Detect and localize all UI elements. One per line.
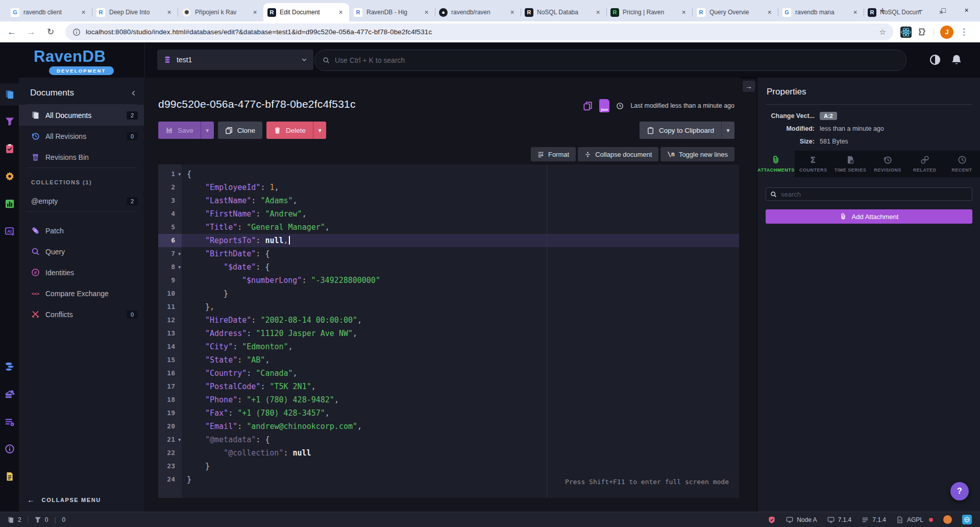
delete-dropdown-caret[interactable]: ▼ — [313, 122, 326, 139]
browser-tab[interactable]: Gravendb client× — [6, 3, 92, 21]
code-text[interactable]: "Country": "Canada", — [182, 367, 739, 380]
browser-menu-icon[interactable]: ⋮ — [960, 27, 968, 37]
code-line-18[interactable]: 18"Phone": "+1 (780) 428-9482", — [158, 393, 739, 406]
window-maximize-icon[interactable]: □ — [932, 0, 955, 20]
copy-dropdown-caret[interactable]: ▼ — [721, 122, 734, 139]
line-number[interactable]: 9 — [158, 274, 182, 287]
forward-icon[interactable]: → — [23, 25, 39, 40]
code-text[interactable]: "@metadata": { — [182, 433, 739, 446]
code-text[interactable]: "City": "Edmonton", — [182, 340, 739, 353]
code-text[interactable]: }, — [182, 300, 739, 314]
browser-tab[interactable]: ●ravendb/raven× — [435, 3, 521, 21]
sidebar-item-all-revisions[interactable]: All Revisions0 — [19, 126, 144, 147]
status-item-7.1.4[interactable]: 7.1.4 — [827, 516, 852, 523]
code-text[interactable]: "Fax": "+1 (780) 428-3457", — [182, 406, 739, 420]
clone-button[interactable]: Clone — [218, 122, 262, 139]
line-number[interactable]: 24 — [158, 473, 182, 486]
panel-tab-recent[interactable]: RECENT — [943, 151, 980, 177]
address-bar[interactable]: localhost:8080/studio/index.html#databas… — [65, 23, 893, 40]
status-item-agpl[interactable]: AGPL — [896, 516, 933, 523]
line-number[interactable]: 20 — [158, 420, 182, 433]
browser-tab[interactable]: RQuery Overvie× — [692, 3, 778, 21]
panel-tab-attachments[interactable]: ATTACHMENTS — [757, 151, 795, 177]
line-number[interactable]: 6 — [158, 234, 182, 247]
code-text[interactable]: "EmployeeId": 1, — [182, 181, 739, 194]
code-text[interactable]: "PostalCode": "T5K 2N1", — [182, 380, 739, 393]
copy-to-clipboard-button[interactable]: Copy to Clipboard ▼ — [640, 122, 734, 139]
line-number[interactable]: 15 — [158, 353, 182, 367]
line-number[interactable]: 10 — [158, 287, 182, 300]
tab-close-icon[interactable]: × — [594, 8, 602, 17]
add-attachment-button[interactable]: Add Attachment — [766, 209, 972, 224]
fold-caret-icon[interactable]: ▼ — [178, 248, 181, 261]
browser-tab[interactable]: Gravendb mana× — [778, 3, 864, 21]
line-number[interactable]: 2 — [158, 181, 182, 194]
code-line-17[interactable]: 17"PostalCode": "T5K 2N1", — [158, 380, 739, 393]
bookmark-star-icon[interactable]: ☆ — [879, 28, 886, 37]
status-item-node-a[interactable]: Node A — [786, 516, 817, 523]
tab-close-icon[interactable]: × — [508, 8, 517, 17]
sidebar-item-identities[interactable]: #Identities — [19, 262, 144, 283]
line-number[interactable]: 21▼ — [158, 433, 182, 446]
status-item[interactable]: 0 — [62, 516, 66, 523]
line-number[interactable]: 7▼ — [158, 247, 182, 260]
browser-tab[interactable]: ✺Připojení k Rav× — [178, 3, 263, 21]
rail-item-cluster[interactable] — [0, 411, 19, 434]
tab-close-icon[interactable]: × — [165, 8, 174, 17]
code-text[interactable]: "Title": "General Manager", — [182, 221, 739, 234]
status-globe-icon[interactable] — [962, 515, 972, 524]
line-number[interactable]: 5 — [158, 221, 182, 234]
code-text[interactable]: "$date": { — [182, 260, 739, 274]
sidebar-item-patch[interactable]: Patch — [19, 220, 144, 241]
theme-toggle-icon[interactable] — [929, 54, 941, 66]
line-number[interactable]: 11 — [158, 300, 182, 314]
back-icon[interactable]: ← — [4, 25, 19, 40]
format-button[interactable]: Format — [531, 147, 576, 161]
line-number[interactable]: 3 — [158, 194, 182, 207]
status-orange-icon[interactable] — [943, 515, 952, 524]
global-search-input[interactable]: Use Ctrl + K to search — [314, 50, 906, 71]
code-line-9[interactable]: 9"$numberLong": "-349228800000" — [158, 274, 739, 287]
profile-avatar[interactable]: J — [940, 26, 953, 39]
line-number[interactable]: 16 — [158, 367, 182, 380]
sidebar-item-revisions-bin[interactable]: Revisions Bin — [19, 147, 144, 167]
sidebar-item-all-documents[interactable]: All Documents2 — [19, 105, 144, 126]
code-text[interactable]: } — [182, 287, 739, 300]
code-line-20[interactable]: 20"Email": "andrew@chinookcorp.com", — [158, 420, 739, 433]
rail-item-about[interactable] — [0, 438, 19, 460]
code-line-8[interactable]: 8▼"$date": { — [158, 260, 739, 274]
status-item[interactable] — [768, 516, 776, 524]
tab-close-icon[interactable]: × — [765, 8, 774, 17]
code-line-14[interactable]: 14"City": "Edmonton", — [158, 340, 739, 353]
browser-tab[interactable]: RPricing | Raven× — [606, 3, 692, 21]
code-line-11[interactable]: 11}, — [158, 300, 739, 314]
browser-tab[interactable]: RNoSQL Databa× — [521, 3, 606, 21]
line-number[interactable]: 13 — [158, 327, 182, 340]
tab-close-icon[interactable]: × — [79, 8, 88, 17]
copy-id-icon[interactable] — [583, 101, 593, 111]
line-number[interactable]: 14 — [158, 340, 182, 353]
panel-tab-time-series[interactable]: TIME SERIES — [832, 151, 869, 177]
code-text[interactable]: "@collection": null — [182, 446, 739, 460]
line-number[interactable]: 23 — [158, 460, 182, 473]
collapse-menu-button[interactable]: ← COLLAPSE MENU — [27, 495, 101, 504]
extensions-puzzle-icon[interactable] — [918, 27, 927, 37]
rail-item-docs-help[interactable] — [0, 465, 19, 488]
panel-tab-related[interactable]: RELATED — [906, 151, 943, 177]
collapse-document-button[interactable]: Collapse document — [578, 147, 658, 161]
line-number[interactable]: 4 — [158, 207, 182, 221]
code-line-12[interactable]: 12"HireDate": "2002-08-14 00:00:00", — [158, 314, 739, 327]
fold-caret-icon[interactable]: ▼ — [178, 434, 181, 447]
fold-caret-icon[interactable]: ▼ — [178, 168, 181, 181]
status-item[interactable]: 0 — [34, 516, 48, 523]
rail-item-settings[interactable] — [0, 165, 19, 187]
tab-close-icon[interactable]: × — [679, 8, 688, 17]
code-text[interactable]: { — [182, 167, 739, 181]
window-minimize-icon[interactable]: − — [909, 0, 932, 20]
rail-item-indexes[interactable] — [0, 137, 19, 160]
rail-item-manage-server[interactable] — [0, 382, 19, 405]
toggle-new-lines-button[interactable]: \nToggle new lines — [660, 147, 734, 161]
code-text[interactable]: "Phone": "+1 (780) 428-9482", — [182, 393, 739, 406]
code-line-3[interactable]: 3"LastName": "Adams", — [158, 194, 739, 207]
save-button-main[interactable]: Save — [158, 122, 201, 139]
